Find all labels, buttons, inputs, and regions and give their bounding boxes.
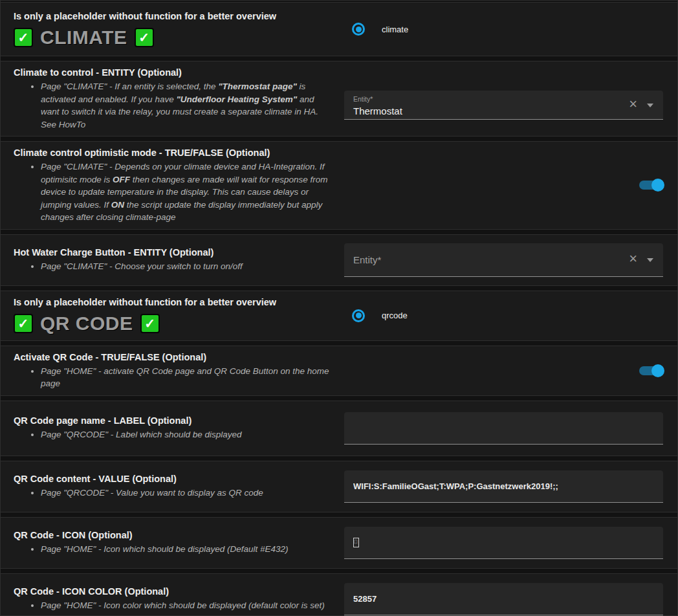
check-icon: ✓ (14, 28, 33, 47)
description-text: Page "QRCODE" - Value you want to displa… (41, 487, 332, 500)
row-description: Page "HOME" - Icon which should be displ… (14, 543, 335, 556)
toggle-knob (651, 364, 664, 377)
hot-water-entity-select[interactable]: Entity* × (344, 243, 663, 277)
section-qrcode-page-name: QR Code page name - LABEL (Optional) Pag… (1, 401, 677, 456)
section-climate-overview: Is only a placeholder without function f… (1, 2, 677, 56)
toggle-knob (651, 179, 664, 192)
qrcode-radio-group: qrcode (352, 309, 408, 322)
climate-heading-row: ✓ CLIMATE ✓ (14, 27, 335, 49)
row-title: QR Code content - VALUE (Optional) (14, 473, 335, 485)
chevron-down-icon[interactable] (647, 104, 653, 107)
qrcode-heading-row: ✓ QR CODE ✓ (14, 313, 335, 335)
row-title: Hot Water Charge Button - ENTITY (Option… (14, 247, 335, 259)
climate-overview-text: Is only a placeholder without function f… (1, 5, 344, 54)
tofu-glyph:  (353, 538, 359, 547)
clear-icon[interactable]: × (629, 252, 637, 265)
entity-select-label: Entity* (353, 254, 381, 265)
description-text: Page "CLIMATE" - Choose your switch to t… (41, 260, 332, 273)
row-description: Page "CLIMATE" - If an entity is selecte… (14, 80, 335, 131)
description-text: Page "CLIMATE" - If an entity is selecte… (41, 80, 332, 131)
qrcode-radio-label[interactable]: qrcode (382, 311, 408, 320)
row-title: Climate to control - ENTITY (Optional) (14, 67, 335, 79)
description-text: Page "HOME" - Icon which should be displ… (41, 543, 332, 556)
section-qrcode-content: QR Code content - VALUE (Optional) Page … (1, 461, 677, 512)
description-text: Page "HOME" - activate QR Code page and … (41, 365, 332, 390)
qr-icon-color-input[interactable] (344, 583, 663, 615)
row-title: Climate control optimistic mode - TRUE/F… (14, 147, 335, 159)
section-hot-water-charge: Hot Water Charge Button - ENTITY (Option… (1, 234, 677, 286)
qr-label-input[interactable] (344, 412, 663, 445)
row-title: QR Code - ICON COLOR (Optional) (14, 586, 335, 598)
qr-icon-input[interactable]:  (344, 527, 663, 559)
climate-radio-label[interactable]: climate (382, 25, 408, 34)
row-title: QR Code - ICON (Optional) (14, 529, 335, 542)
radio-dot (356, 313, 362, 318)
chevron-down-icon[interactable] (647, 258, 653, 262)
check-icon: ✓ (140, 314, 160, 333)
climate-entity-select[interactable]: Entity* Thermostat × (344, 91, 663, 120)
clear-icon[interactable]: × (629, 98, 637, 111)
row-description: Page "QRCODE" - Value you want to displa… (14, 487, 335, 500)
row-title: QR Code page name - LABEL (Optional) (14, 415, 335, 427)
section-qrcode-icon: QR Code - ICON (Optional) Page "HOME" - … (1, 517, 677, 569)
entity-select-label: Entity* (353, 95, 618, 104)
section-activate-qrcode: Activate QR Code - TRUE/FALSE (Optional)… (1, 346, 677, 396)
section-optimistic-mode: Climate control optimistic mode - TRUE/F… (1, 141, 677, 230)
check-icon: ✓ (14, 314, 33, 333)
row-description: Page "QRCODE" - Label which should be di… (14, 428, 335, 441)
climate-heading: CLIMATE (40, 27, 127, 49)
row-description: Page "HOME" - Icon color which should be… (14, 599, 335, 612)
row-description: Page "CLIMATE" - Depends on your climate… (14, 160, 335, 224)
qr-content-input[interactable] (344, 470, 663, 503)
qrcode-radio[interactable] (352, 309, 365, 322)
description-text: Page "QRCODE" - Label which should be di… (41, 428, 332, 441)
section-climate-to-control: Climate to control - ENTITY (Optional) P… (1, 61, 677, 137)
optimistic-mode-toggle[interactable] (639, 179, 663, 192)
placeholder-note: Is only a placeholder without function f… (14, 10, 335, 22)
climate-radio-group: climate (352, 23, 408, 36)
qrcode-overview-text: Is only a placeholder without function f… (1, 291, 344, 340)
section-qrcode-overview: Is only a placeholder without function f… (1, 291, 677, 341)
climate-radio[interactable] (352, 23, 365, 36)
section-qrcode-icon-color: QR Code - ICON COLOR (Optional) Page "HO… (1, 573, 677, 616)
blueprint-config-panel: Is only a placeholder without function f… (0, 0, 678, 616)
placeholder-note: Is only a placeholder without function f… (14, 296, 335, 308)
row-title: Activate QR Code - TRUE/FALSE (Optional) (14, 351, 335, 364)
qrcode-heading: QR CODE (40, 313, 133, 335)
row-description: Page "CLIMATE" - Choose your switch to t… (14, 260, 335, 273)
row-description: Page "HOME" - activate QR Code page and … (14, 365, 335, 390)
entity-select-value: Thermostat (353, 105, 618, 118)
description-text: Page "CLIMATE" - Depends on your climate… (41, 160, 332, 224)
radio-dot (356, 27, 362, 32)
check-icon: ✓ (135, 28, 154, 47)
description-text: Page "HOME" - Icon color which should be… (41, 599, 332, 612)
activate-qrcode-toggle[interactable] (639, 364, 663, 377)
